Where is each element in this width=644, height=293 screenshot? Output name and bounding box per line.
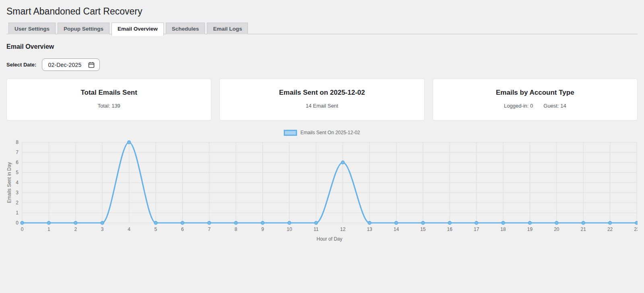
date-value: 02-Dec-2025	[48, 62, 81, 68]
y-tick-label: 5	[16, 170, 19, 175]
x-tick-label: 14	[394, 227, 399, 232]
data-point[interactable]	[555, 221, 558, 224]
data-point[interactable]	[341, 161, 345, 164]
data-point[interactable]	[582, 221, 585, 224]
tab-user-settings[interactable]: User Settings	[8, 23, 56, 35]
x-tick-label: 10	[287, 227, 292, 232]
data-point[interactable]	[208, 221, 211, 224]
x-tick-label: 5	[155, 227, 157, 232]
legend-label: Emails Sent On 2025-12-02	[300, 130, 360, 135]
x-tick-label: 21	[581, 227, 586, 232]
data-point[interactable]	[181, 221, 184, 224]
card-title: Emails Sent on 2025-12-02	[224, 89, 420, 97]
y-tick-label: 7	[16, 150, 19, 155]
data-point[interactable]	[528, 221, 531, 224]
card-emails-by-account-type: Emails by Account TypeLogged-in: 0Guest:…	[433, 79, 638, 121]
card-stats: Logged-in: 0Guest: 14	[437, 103, 633, 109]
legend-swatch	[284, 130, 297, 136]
card-stat-value: Guest: 14	[543, 103, 566, 109]
x-tick-label: 2	[74, 227, 77, 232]
card-stats: Total: 139	[11, 103, 207, 109]
chart-block: Emails Sent On 2025-12-02 01234567801234…	[6, 129, 638, 248]
select-date-label: Select Date:	[6, 62, 36, 68]
data-point[interactable]	[288, 221, 291, 224]
data-point[interactable]	[502, 221, 505, 224]
chart-legend[interactable]: Emails Sent On 2025-12-02	[6, 129, 638, 136]
x-tick-label: 15	[420, 227, 426, 232]
data-point[interactable]	[314, 221, 318, 224]
stat-cards-row: Total Emails SentTotal: 139Emails Sent o…	[6, 79, 638, 121]
x-tick-label: 6	[181, 227, 184, 232]
x-tick-label: 13	[367, 227, 372, 232]
date-filter-row: Select Date: 02-Dec-2025	[6, 58, 638, 71]
card-stats: 14 Email Sent	[224, 103, 420, 109]
data-point[interactable]	[261, 221, 264, 224]
x-tick-label: 16	[447, 227, 453, 232]
y-tick-label: 2	[16, 200, 19, 206]
data-point[interactable]	[128, 141, 131, 144]
y-tick-label: 1	[16, 210, 19, 216]
tab-schedules[interactable]: Schedules	[166, 23, 205, 35]
x-tick-label: 18	[500, 227, 506, 232]
data-point[interactable]	[368, 221, 371, 224]
y-tick-label: 0	[16, 220, 19, 226]
x-tick-label: 1	[47, 227, 50, 232]
admin-page: Smart Abandoned Cart Recovery User Setti…	[0, 0, 644, 248]
data-point[interactable]	[234, 221, 237, 224]
tab-bar: User SettingsPopup SettingsEmail Overvie…	[6, 23, 638, 35]
card-stat-value: 14 Email Sent	[306, 103, 339, 109]
card-total-emails-sent: Total Emails SentTotal: 139	[6, 79, 211, 121]
data-point[interactable]	[394, 221, 398, 224]
y-tick-label: 4	[16, 180, 19, 185]
x-tick-label: 8	[235, 227, 237, 232]
data-point[interactable]	[101, 221, 104, 224]
x-axis-title: Hour of Day	[316, 236, 342, 242]
x-tick-label: 23	[634, 227, 638, 232]
card-stat-value: Logged-in: 0	[504, 103, 533, 109]
data-point[interactable]	[421, 221, 425, 224]
section-heading: Email Overview	[6, 43, 638, 50]
x-tick-label: 0	[21, 227, 24, 232]
y-axis-title: Emails Sent in Day	[6, 162, 12, 203]
x-tick-label: 22	[607, 227, 613, 232]
x-tick-label: 3	[101, 227, 104, 232]
y-tick-label: 3	[16, 190, 19, 195]
x-tick-label: 4	[128, 227, 130, 232]
data-point[interactable]	[635, 221, 638, 224]
page-title: Smart Abandoned Cart Recovery	[6, 0, 638, 22]
x-tick-label: 12	[340, 227, 346, 232]
y-tick-label: 6	[16, 160, 19, 165]
tab-email-overview[interactable]: Email Overview	[111, 23, 164, 36]
x-tick-label: 7	[208, 227, 211, 232]
card-stat-value: Total: 139	[97, 103, 120, 109]
data-point[interactable]	[21, 221, 24, 224]
x-tick-label: 19	[527, 227, 533, 232]
data-point[interactable]	[47, 221, 50, 224]
data-point[interactable]	[475, 221, 478, 224]
data-point[interactable]	[448, 221, 451, 224]
card-title: Emails by Account Type	[437, 89, 633, 97]
data-point[interactable]	[74, 221, 77, 224]
calendar-icon[interactable]	[88, 62, 95, 68]
data-point[interactable]	[609, 221, 612, 224]
data-point[interactable]	[154, 221, 157, 224]
tab-popup-settings[interactable]: Popup Settings	[58, 23, 109, 35]
card-title: Total Emails Sent	[11, 89, 207, 97]
x-tick-label: 9	[261, 227, 264, 232]
x-tick-label: 17	[474, 227, 479, 232]
x-tick-label: 11	[314, 227, 319, 232]
y-tick-label: 8	[16, 139, 19, 145]
card-emails-sent-on-2025-12-02: Emails Sent on 2025-12-0214 Email Sent	[219, 79, 424, 121]
x-tick-label: 20	[554, 227, 559, 232]
date-input[interactable]: 02-Dec-2025	[42, 58, 99, 71]
tab-email-logs[interactable]: Email Logs	[207, 23, 248, 35]
line-chart: 0123456780123456789101112131415161718192…	[6, 137, 638, 248]
